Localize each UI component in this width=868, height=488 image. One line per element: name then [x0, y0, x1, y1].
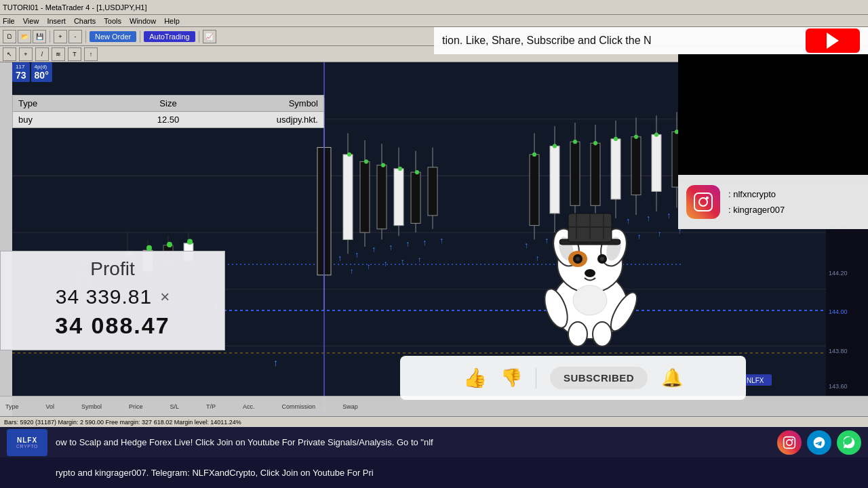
svg-point-103 [553, 144, 557, 148]
close-profit-btn[interactable]: × [160, 287, 170, 306]
svg-point-154 [593, 322, 612, 346]
nlfx-logo-sub: CRYPTO [16, 444, 38, 449]
text-btn[interactable]: T [68, 47, 81, 61]
info-box-2-value: 80° [35, 70, 49, 81]
svg-text:143.80: 143.80 [829, 348, 847, 354]
row-type: buy [18, 115, 118, 125]
line-btn[interactable]: / [35, 47, 49, 61]
menu-view[interactable]: View [23, 17, 39, 25]
svg-rect-49 [411, 172, 420, 223]
instagram-icon [686, 185, 720, 219]
ticker-text-2: rypto and kingrager007. Telegram: NLFXan… [56, 468, 861, 478]
nlfx-chart-label: NLFX [747, 377, 764, 384]
menu-window[interactable]: Window [130, 17, 156, 25]
info-box-1-label: 117 [16, 64, 26, 70]
dog-mascot-svg [522, 193, 658, 349]
info-box-2: 4p(d) 80° [31, 62, 52, 82]
menu-help[interactable]: Help [164, 17, 180, 25]
svg-point-150 [573, 285, 607, 315]
cursor-btn[interactable]: ↖ [3, 47, 16, 61]
svg-text:↑: ↑ [350, 266, 353, 274]
ticker-top: NLFX CRYPTO ow to Scalp and Hedge Forex … [0, 427, 868, 458]
yt-play-icon [827, 33, 839, 49]
svg-rect-47 [394, 169, 403, 226]
svg-point-146 [576, 257, 580, 261]
tb-indicators[interactable]: 📈 [203, 30, 216, 43]
info-box-1-value: 73 [16, 70, 26, 81]
tb-save[interactable]: 💾 [33, 30, 46, 43]
nlfx-logo-text: NLFX [17, 436, 37, 444]
svg-point-148 [600, 257, 604, 261]
menu-insert[interactable]: Insert [47, 17, 66, 25]
col-symbol-h: Symbol [81, 403, 102, 410]
svg-point-107 [634, 135, 638, 139]
col-tp-h: T/P [206, 403, 216, 410]
menu-tools[interactable]: Tools [104, 17, 121, 25]
svg-point-156 [787, 439, 792, 445]
yt-notification-bar: tion. Like, Share, Subscribe and Click t… [434, 27, 868, 54]
svg-text:↑: ↑ [422, 238, 427, 247]
svg-text:↑: ↑ [418, 256, 421, 264]
svg-point-105 [593, 141, 597, 145]
autotrade-btn[interactable]: AutoTrading [144, 31, 195, 42]
profit-value-row: 34 339.81 × [12, 285, 214, 308]
svg-text:↑: ↑ [355, 249, 359, 259]
menu-file[interactable]: File [3, 17, 15, 25]
col-swap-h: Swap [342, 403, 358, 410]
svg-text:144.00: 144.00 [829, 308, 847, 315]
svg-rect-83 [652, 135, 661, 192]
profit-panel: Profit 34 339.81 × 34 088.47 [0, 251, 225, 350]
svg-rect-45 [377, 165, 387, 229]
trade-table-header: Type Size Symbol [13, 96, 323, 112]
svg-point-35 [146, 245, 152, 251]
svg-text:↑: ↑ [389, 243, 393, 252]
status-text: Bars: 5920 (31187) Margin: 2 590.00 Free… [4, 419, 241, 426]
window-title: TUTORI01 - MetaTrader 4 - [1,USDJPY,H1] [3, 3, 147, 12]
fib-btn[interactable]: ≋ [52, 47, 65, 61]
like-button[interactable]: 👍 [463, 367, 487, 389]
svg-point-108 [654, 133, 658, 137]
svg-rect-51 [428, 167, 437, 216]
social-whatsapp-btn[interactable] [837, 430, 861, 455]
dog-mascot [515, 190, 665, 352]
svg-rect-81 [631, 137, 641, 195]
col-price-h: Price [129, 403, 143, 410]
trade-table: Type Size Symbol buy 12.50 usdjpy.hkt. [12, 95, 324, 128]
tb-zoom-in[interactable]: + [54, 30, 67, 43]
profit-title: Profit [12, 258, 214, 280]
ticker-bottom: rypto and kingrager007. Telegram: NLFXan… [0, 458, 868, 488]
svg-text:↑: ↑ [401, 258, 404, 266]
youtube-logo[interactable] [806, 28, 860, 53]
svg-text:↑: ↑ [338, 253, 342, 263]
crosshair-btn[interactable]: + [19, 47, 33, 61]
menu-charts[interactable]: Charts [74, 17, 96, 25]
tb-open[interactable]: 📂 [18, 30, 31, 43]
svg-text:144.20: 144.20 [829, 270, 847, 277]
arrow-btn[interactable]: ↑ [84, 47, 98, 61]
yt-interaction-bar: 👍 👎 SUBSCRIBED 🔔 [400, 356, 746, 400]
svg-point-67 [398, 167, 402, 171]
social-telegram-btn[interactable] [807, 430, 831, 455]
black-preview-area [678, 54, 868, 183]
new-order-btn[interactable]: New Order [90, 31, 136, 42]
svg-rect-155 [784, 436, 795, 448]
col-commission-h: Commission [282, 403, 316, 410]
ig-handle-2: : kingrager007 [728, 202, 785, 218]
tb-zoom-out[interactable]: - [68, 30, 82, 43]
svg-point-68 [415, 170, 419, 174]
dislike-button[interactable]: 👎 [500, 367, 522, 388]
col-vol-h: Vol [46, 403, 55, 410]
subscribed-button[interactable]: SUBSCRIBED [550, 367, 648, 389]
bell-button[interactable]: 🔔 [661, 367, 683, 388]
svg-text:143.60: 143.60 [829, 383, 847, 390]
svg-rect-41 [343, 155, 353, 240]
svg-rect-43 [360, 161, 370, 232]
svg-point-104 [573, 140, 577, 144]
menu-bar[interactable]: File View Insert Charts Tools Window Hel… [0, 15, 868, 27]
instagram-text: : nlfxncrypto : kingrager007 [728, 186, 785, 218]
ig-icon-inner [694, 192, 713, 211]
social-instagram-btn[interactable] [777, 430, 802, 455]
tb-new[interactable]: 🗋 [3, 30, 16, 43]
svg-point-149 [585, 269, 595, 277]
info-boxes-area: 117 73 4p(d) 80° [12, 62, 52, 82]
